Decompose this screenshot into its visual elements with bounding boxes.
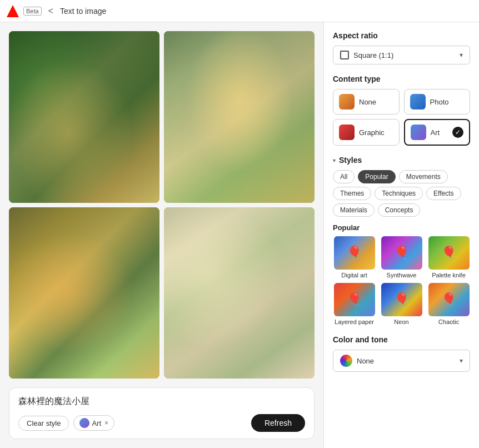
graphic-icon <box>339 125 355 140</box>
color-tone-title: Color and tone <box>333 335 470 344</box>
style-grid: Digital art Synthwave Palette knife Laye… <box>333 236 470 325</box>
back-button[interactable]: < <box>46 5 56 17</box>
image-grid <box>9 31 315 379</box>
prompt-text: 森林裡的魔法小屋 <box>18 396 305 407</box>
filter-all[interactable]: All <box>333 170 355 183</box>
left-panel: 森林裡的魔法小屋 Clear style Art × Refresh <box>0 22 323 448</box>
digital-art-thumb <box>334 236 375 270</box>
color-tone-section: Color and tone None ▾ <box>333 335 470 372</box>
refresh-button[interactable]: Refresh <box>251 414 305 432</box>
styles-title: Styles <box>339 156 362 165</box>
style-filter-row: All Popular Movements Themes Techniques … <box>333 170 470 217</box>
neon-label: Neon <box>394 318 408 325</box>
style-layered-paper[interactable]: Layered paper <box>333 283 376 325</box>
collapse-icon[interactable]: ▾ <box>333 157 336 163</box>
square-icon <box>340 51 349 59</box>
filter-themes[interactable]: Themes <box>333 187 371 200</box>
content-type-art[interactable]: Art ✓ <box>404 119 471 146</box>
content-type-section: Content type None Photo Graphic Art <box>333 74 470 146</box>
content-type-photo-label: Photo <box>430 98 449 106</box>
content-type-none[interactable]: None <box>333 89 400 115</box>
neon-thumb <box>381 283 422 316</box>
app-header: Beta < Text to image <box>0 0 479 22</box>
generated-image-1[interactable] <box>9 31 159 203</box>
synthwave-label: Synthwave <box>387 272 417 278</box>
prompt-left-actions: Clear style Art × <box>18 415 114 431</box>
aspect-ratio-value: Square (1:1) <box>353 51 393 59</box>
layered-paper-thumb <box>334 283 375 316</box>
filter-popular[interactable]: Popular <box>358 170 395 183</box>
adobe-logo-icon <box>7 5 19 17</box>
layered-paper-label: Layered paper <box>335 318 374 325</box>
filter-materials[interactable]: Materials <box>333 203 375 217</box>
art-style-tag[interactable]: Art × <box>73 415 114 431</box>
aspect-ratio-dropdown[interactable]: Square (1:1) ▾ <box>333 46 470 64</box>
style-synthwave[interactable]: Synthwave <box>380 236 423 278</box>
palette-knife-label: Palette knife <box>432 272 466 278</box>
palette-knife-thumb <box>428 236 470 270</box>
content-type-none-label: None <box>359 98 376 106</box>
content-type-grid: None Photo Graphic Art ✓ <box>333 89 470 146</box>
chevron-down-icon: ▾ <box>460 51 463 59</box>
filter-concepts[interactable]: Concepts <box>378 203 421 217</box>
aspect-ratio-title: Aspect ratio <box>333 31 470 40</box>
popular-subsection-title: Popular <box>333 223 470 232</box>
prompt-area: 森林裡的魔法小屋 Clear style Art × Refresh <box>9 387 315 439</box>
digital-art-label: Digital art <box>341 272 367 278</box>
none-icon <box>339 94 355 109</box>
beta-badge: Beta <box>23 7 42 16</box>
generated-image-4[interactable] <box>164 207 315 379</box>
art-tag-icon <box>79 418 89 428</box>
synthwave-thumb <box>381 236 422 270</box>
color-tone-icon <box>340 355 352 367</box>
page-title: Text to image <box>60 7 106 16</box>
content-type-graphic[interactable]: Graphic <box>333 119 400 146</box>
style-digital-art[interactable]: Digital art <box>333 236 376 278</box>
color-tone-dropdown[interactable]: None ▾ <box>333 350 470 372</box>
content-type-title: Content type <box>333 74 470 83</box>
style-palette-knife[interactable]: Palette knife <box>427 236 470 278</box>
chaotic-label: Chaotic <box>438 318 459 325</box>
color-tone-value: None <box>357 357 374 365</box>
generated-image-2[interactable] <box>164 31 315 203</box>
filter-movements[interactable]: Movements <box>399 170 448 183</box>
content-type-photo[interactable]: Photo <box>404 89 471 115</box>
content-type-art-label: Art <box>431 128 440 137</box>
aspect-ratio-section: Aspect ratio Square (1:1) ▾ <box>333 31 470 64</box>
styles-header: ▾ Styles <box>333 156 470 165</box>
styles-section: ▾ Styles All Popular Movements Themes Te… <box>333 156 470 325</box>
art-tag-label: Art <box>92 419 101 427</box>
photo-icon <box>410 94 426 109</box>
style-chaotic[interactable]: Chaotic <box>427 283 470 325</box>
right-panel: Aspect ratio Square (1:1) ▾ Content type… <box>323 22 479 448</box>
filter-effects[interactable]: Effects <box>426 187 461 200</box>
chaotic-thumb <box>428 283 470 316</box>
content-type-graphic-label: Graphic <box>359 128 385 137</box>
color-tone-chevron-icon: ▾ <box>460 357 463 365</box>
clear-style-button[interactable]: Clear style <box>18 416 69 431</box>
main-content: 森林裡的魔法小屋 Clear style Art × Refresh Aspec… <box>0 22 479 448</box>
selected-checkmark: ✓ <box>452 127 463 138</box>
art-icon <box>411 125 426 140</box>
style-neon[interactable]: Neon <box>380 283 423 325</box>
filter-techniques[interactable]: Techniques <box>375 187 423 200</box>
svg-marker-0 <box>7 5 19 17</box>
generated-image-3[interactable] <box>9 207 159 379</box>
prompt-actions: Clear style Art × Refresh <box>18 414 305 432</box>
art-tag-remove[interactable]: × <box>104 419 108 427</box>
